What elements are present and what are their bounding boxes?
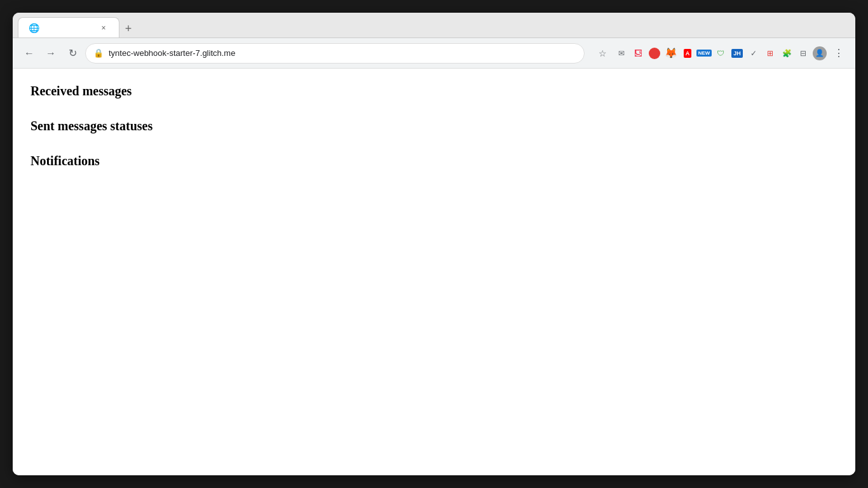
notifications-heading: Notifications [31, 154, 837, 168]
address-bar[interactable]: 🔒 tyntec-webhook-starter-7.glitch.me [85, 43, 585, 64]
title-bar: 🌐 × + [13, 13, 855, 38]
toolbar-icons: ☆ ✉ ⛾ 🦊 A NEW 🛡 JH ✓ ⊞ [593, 44, 848, 62]
nav-bar: ← → ↻ 🔒 tyntec-webhook-starter-7.glitch.… [13, 38, 855, 69]
bookmark-button[interactable]: ☆ [593, 44, 611, 62]
jh-extension-icon[interactable]: JH [729, 46, 745, 61]
firefox-extension-icon[interactable]: 🦊 [663, 46, 679, 61]
check-extension-icon[interactable]: ✓ [746, 46, 761, 61]
tab-favicon-icon: 🌐 [29, 23, 39, 33]
red-circle-extension-icon[interactable] [647, 46, 662, 61]
shield-extension-icon[interactable]: 🛡 [713, 46, 728, 61]
new-badge-extension-icon[interactable]: NEW [696, 46, 712, 61]
sent-messages-statuses-heading: Sent messages statuses [31, 119, 837, 133]
reload-button[interactable]: ↻ [64, 44, 81, 62]
browser-window: 🌐 × + ← → ↻ 🔒 tyntec-webhook-starter-7.g… [13, 13, 855, 475]
received-messages-heading: Received messages [31, 84, 837, 98]
new-tab-button[interactable]: + [119, 20, 137, 37]
pocket-extension-icon[interactable]: ⛾ [630, 46, 646, 61]
puzzle-extension-icon[interactable]: 🧩 [779, 46, 794, 61]
active-tab[interactable]: 🌐 × [18, 17, 119, 37]
grid-extension-icon[interactable]: ⊞ [763, 46, 778, 61]
forward-button[interactable]: → [42, 44, 60, 62]
extension-icons: ✉ ⛾ 🦊 A NEW 🛡 JH ✓ ⊞ 🧩 ⊟ [614, 46, 827, 61]
url-text: tyntec-webhook-starter-7.glitch.me [109, 48, 576, 58]
back-button[interactable]: ← [20, 44, 38, 62]
lock-icon: 🔒 [93, 48, 104, 58]
adobe-extension-icon[interactable]: A [680, 46, 695, 61]
mail-extension-icon[interactable]: ✉ [614, 46, 629, 61]
browser-menu-button[interactable]: ⋮ [830, 44, 848, 62]
second-grid-extension-icon[interactable]: ⊟ [796, 46, 811, 61]
page-content: Received messages Sent messages statuses… [13, 69, 855, 475]
tab-area: 🌐 × + [18, 13, 850, 37]
tab-close-button[interactable]: × [98, 23, 109, 33]
user-avatar-icon[interactable]: 👤 [812, 46, 827, 61]
